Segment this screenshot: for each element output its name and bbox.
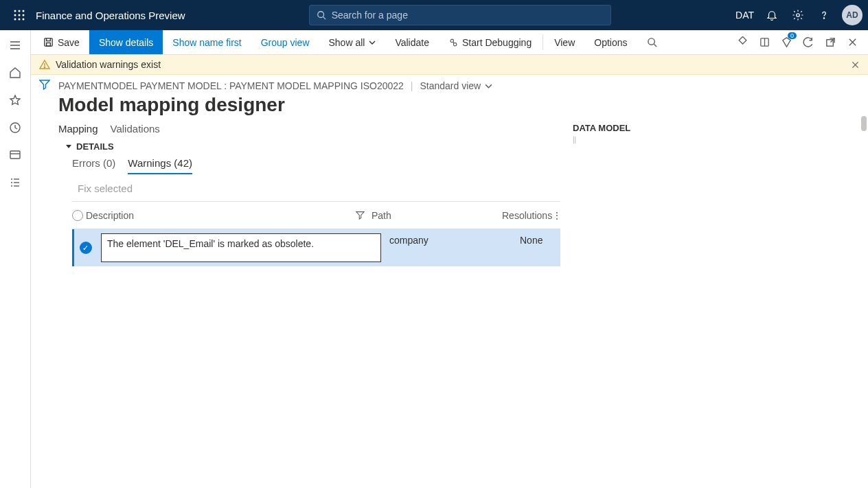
svg-line-31 [654,44,656,47]
chevron-down-icon [369,39,376,46]
grid-header: Description Path Resolutions ⋮ [72,202,560,229]
page-title: Model mapping designer [58,94,856,116]
validate-button[interactable]: Validate [385,30,439,54]
close-icon[interactable] [845,35,860,50]
tab-warnings[interactable]: Warnings (42) [128,157,192,174]
svg-line-36 [830,38,834,43]
office-icon[interactable] [757,35,772,50]
start-debugging-label: Start Debugging [462,37,532,48]
svg-point-30 [648,38,654,45]
view-label: Standard view [420,80,481,91]
help-icon[interactable] [816,7,832,23]
warning-icon [39,59,50,70]
tab-mapping[interactable]: Mapping [58,123,98,135]
details-header[interactable]: DETAILS [58,141,560,152]
view-button[interactable]: View [545,30,584,54]
tab-errors[interactable]: Errors (0) [72,157,115,174]
app-header: Finance and Operations Preview Search fo… [0,0,868,30]
data-model-header: DATA MODEL [573,123,856,133]
workspace-icon[interactable] [7,147,23,163]
left-nav-rail [0,30,31,488]
svg-line-29 [453,42,454,43]
svg-point-5 [23,14,25,16]
header-right: DAT AD [735,5,863,25]
table-row[interactable]: ✓ The element 'DEL_Email' is marked as o… [72,229,560,266]
right-panel: DATA MODEL || [560,123,856,266]
refresh-icon[interactable] [801,35,816,50]
cell-description: The element 'DEL_Email' is marked as obs… [97,229,385,266]
col-description-label: Description [86,210,134,221]
col-path-header[interactable]: Path [372,210,502,221]
caret-down-icon [65,143,72,150]
issue-tabs: Errors (0) Warnings (42) [58,157,560,174]
svg-point-8 [23,19,25,21]
filter-column [31,75,58,488]
search-action[interactable] [637,30,667,54]
checkmark-icon: ✓ [80,242,92,254]
bell-icon[interactable] [764,7,780,23]
tab-validations[interactable]: Validations [111,123,160,135]
message-bar: Validation warnings exist [31,55,868,75]
svg-point-40 [44,67,45,67]
message-close-icon[interactable] [851,60,860,69]
debug-icon [448,38,458,47]
app-title: Finance and Operations Preview [36,10,185,21]
save-button[interactable]: Save [34,30,89,54]
cell-path: company [385,229,516,266]
funnel-icon[interactable] [39,79,50,488]
shell: Save Show details Show name first Group … [0,30,868,488]
view-dropdown[interactable]: Standard view [420,80,492,91]
left-content: Mapping Validations DETAILS Errors (0) W… [58,123,560,266]
scrollbar-thumb[interactable] [861,116,867,131]
star-icon[interactable] [7,92,23,108]
svg-rect-17 [10,151,20,159]
popout-icon[interactable] [823,35,838,50]
svg-point-27 [450,39,453,42]
company-code[interactable]: DAT [735,10,754,21]
breadcrumb-text: PAYMENTMODEL PAYMENT MODEL : PAYMENT MOD… [58,80,404,91]
show-name-first-button[interactable]: Show name first [163,30,251,54]
page: PAYMENTMODEL PAYMENT MODEL : PAYMENT MOD… [58,75,868,488]
svg-point-9 [317,12,323,18]
home-icon[interactable] [7,65,23,81]
modules-icon[interactable] [7,174,23,191]
save-label: Save [58,37,80,48]
row-selector[interactable]: ✓ [74,229,97,266]
filter-icon[interactable] [356,211,365,220]
warnings-grid: Description Path Resolutions ⋮ ✓ The ele… [72,201,560,266]
show-details-button[interactable]: Show details [89,30,163,54]
command-bar: Save Show details Show name first Group … [31,30,868,55]
col-resolutions-header[interactable]: Resolutions [502,210,552,221]
svg-point-12 [823,18,824,19]
notification-icon[interactable]: 0 [779,35,794,50]
show-all-button[interactable]: Show all [319,30,386,54]
notification-badge: 0 [788,32,797,39]
search-input[interactable]: Search for a page [309,5,611,25]
select-all[interactable] [72,210,83,221]
sub-tabs: Mapping Validations [58,123,560,135]
commandbar-right: 0 [735,30,865,54]
group-view-button[interactable]: Group view [251,30,319,54]
avatar[interactable]: AD [842,5,863,25]
svg-point-0 [14,10,16,12]
gear-icon[interactable] [790,7,806,23]
description-input[interactable]: The element 'DEL_Email' is marked as obs… [101,233,381,262]
attach-icon[interactable] [735,35,750,50]
options-button[interactable]: Options [584,30,637,54]
svg-point-3 [14,14,16,16]
recent-icon[interactable] [7,119,23,136]
splitter-handle-icon[interactable]: || [573,136,856,143]
hamburger-icon[interactable] [7,37,23,54]
breadcrumb-divider: | [411,80,413,91]
start-debugging-button[interactable]: Start Debugging [439,30,541,54]
search-icon [647,37,657,47]
content-wrap: PAYMENTMODEL PAYMENT MODEL : PAYMENT MOD… [31,75,868,488]
search-placeholder: Search for a page [332,10,408,21]
details-label: DETAILS [76,141,114,152]
svg-point-6 [14,19,16,21]
col-description-header[interactable]: Description [83,210,372,221]
show-all-label: Show all [329,37,365,48]
apps-launcher-icon[interactable] [5,0,33,30]
fix-selected-action: Fix selected [58,183,560,194]
save-icon [43,37,54,47]
